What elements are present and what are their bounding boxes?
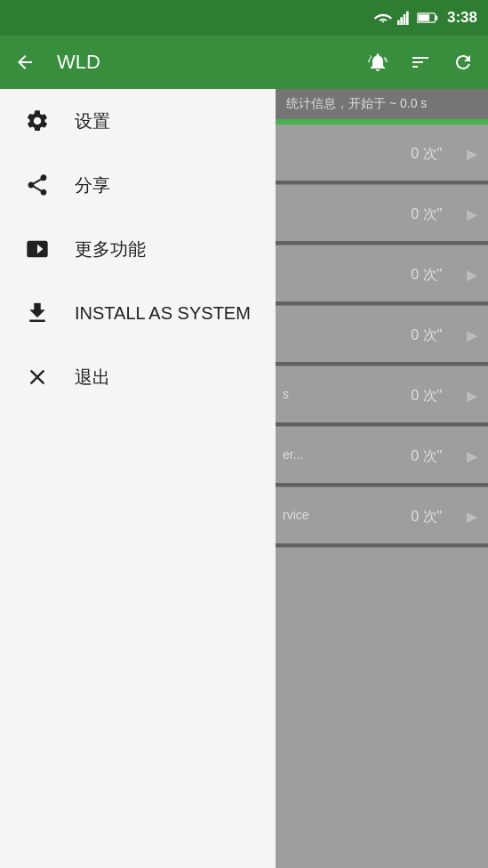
right-panel-header: 统计信息，开始于 ~ 0.0 s — [276, 89, 488, 119]
signal-icon — [397, 11, 412, 25]
table-row: 0 次" ► — [276, 185, 488, 245]
svg-rect-2 — [404, 14, 406, 25]
count-value: 0 次" — [411, 266, 442, 285]
more-icon — [21, 233, 53, 265]
close-icon — [21, 361, 53, 393]
chevron-right-icon: ► — [463, 386, 481, 406]
row-progress — [276, 543, 488, 547]
back-button[interactable] — [7, 44, 43, 80]
alarm-icon — [367, 52, 388, 73]
status-icons: 3:38 — [374, 9, 477, 27]
menu-item-settings[interactable]: 设置 — [0, 89, 276, 153]
table-row: 0 次" ► — [276, 125, 488, 185]
table-row: s 0 次" ► — [276, 366, 488, 427]
chevron-right-icon: ► — [463, 326, 481, 346]
settings-label: 设置 — [75, 109, 110, 133]
row-label: rvice — [283, 508, 309, 522]
refresh-icon — [452, 52, 474, 73]
count-value: 0 次" — [411, 508, 442, 526]
exit-label: 退出 — [75, 366, 110, 390]
share-icon — [21, 169, 53, 201]
filter-icon — [410, 52, 431, 73]
row-progress — [276, 241, 488, 245]
right-panel: 统计信息，开始于 ~ 0.0 s 0 次" ► 0 次" ► 0 次" ► 0 … — [276, 89, 488, 868]
svg-rect-0 — [397, 20, 400, 25]
more-label: 更多功能 — [75, 237, 146, 261]
app-title: WLD — [57, 51, 346, 74]
battery-icon — [417, 11, 438, 25]
row-progress — [276, 181, 488, 184]
table-row: 0 次" ► — [276, 306, 488, 366]
app-bar: WLD — [0, 36, 488, 89]
wifi-icon — [374, 11, 392, 25]
row-progress — [276, 301, 488, 305]
row-progress — [276, 422, 488, 426]
drawer-menu: 设置 分享 更多功能 — [0, 89, 276, 868]
svg-rect-1 — [400, 17, 403, 25]
share-label: 分享 — [75, 173, 110, 197]
count-value: 0 次" — [411, 145, 442, 164]
row-label: s — [283, 387, 289, 401]
chevron-right-icon: ► — [463, 446, 481, 467]
download-icon — [21, 297, 53, 329]
svg-rect-5 — [436, 15, 438, 20]
count-value: 0 次" — [411, 447, 442, 466]
install-label: INSTALL AS SYSTEM — [75, 303, 251, 324]
header-text: 统计信息，开始于 ~ 0.0 s — [286, 96, 427, 112]
status-time: 3:38 — [447, 9, 477, 27]
table-row: er... 0 次" ► — [276, 427, 488, 487]
count-value: 0 次" — [411, 326, 442, 345]
refresh-button[interactable] — [445, 44, 481, 80]
table-row: 0 次" ► — [276, 245, 488, 306]
row-label: er... — [283, 447, 303, 462]
svg-rect-3 — [406, 12, 409, 25]
row-progress — [276, 362, 488, 366]
filter-button[interactable] — [403, 44, 438, 80]
chevron-right-icon: ► — [463, 265, 481, 285]
menu-item-share[interactable]: 分享 — [0, 153, 276, 217]
svg-rect-6 — [418, 14, 429, 21]
settings-icon — [21, 105, 53, 137]
count-value: 0 次" — [411, 387, 442, 406]
menu-item-more[interactable]: 更多功能 — [0, 217, 276, 281]
chevron-right-icon: ► — [463, 205, 481, 225]
menu-item-install[interactable]: INSTALL AS SYSTEM — [0, 281, 276, 345]
menu-item-exit[interactable]: 退出 — [0, 345, 276, 409]
chevron-right-icon: ► — [463, 507, 481, 527]
chevron-right-icon: ► — [463, 144, 481, 165]
alarm-button[interactable] — [360, 44, 396, 80]
status-bar: 3:38 — [0, 0, 488, 36]
app-bar-actions — [360, 44, 481, 80]
count-value: 0 次" — [411, 205, 442, 224]
table-row: rvice 0 次" ► — [276, 487, 488, 548]
content-area: 设置 分享 更多功能 — [0, 89, 488, 868]
row-progress — [276, 483, 488, 486]
